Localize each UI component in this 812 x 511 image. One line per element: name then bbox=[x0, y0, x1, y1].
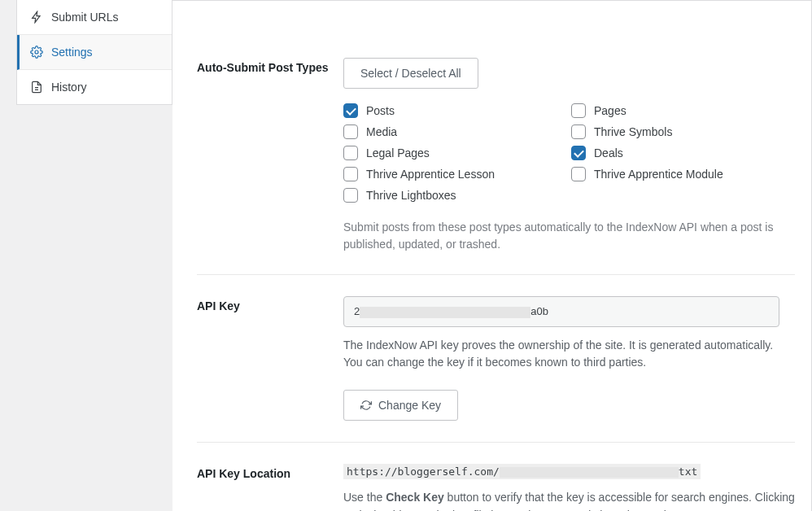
redacted-segment bbox=[500, 467, 679, 478]
checkbox-pages[interactable]: Pages bbox=[571, 103, 766, 118]
content-area: Auto-Submit Post Types Select / Deselect… bbox=[172, 0, 812, 511]
checkbox-label: Thrive Lightboxes bbox=[366, 189, 456, 202]
url-prefix: https://bloggerself.com/ bbox=[347, 465, 500, 478]
sidebar-item-settings[interactable]: Settings bbox=[17, 35, 172, 70]
change-key-button[interactable]: Change Key bbox=[343, 390, 458, 421]
checkbox-box bbox=[343, 103, 358, 118]
url-suffix: txt bbox=[679, 465, 697, 478]
section-post-types: Auto-Submit Post Types Select / Deselect… bbox=[197, 1, 795, 274]
checkbox-label: Deals bbox=[594, 146, 623, 159]
checkbox-box bbox=[571, 124, 586, 139]
checkbox-label: Thrive Symbols bbox=[594, 125, 672, 138]
checkbox-box bbox=[343, 124, 358, 139]
checkbox-legal-pages[interactable]: Legal Pages bbox=[343, 146, 539, 160]
button-label: Select / Deselect All bbox=[360, 67, 461, 80]
api-key-url: https://bloggerself.com/txt bbox=[343, 464, 701, 479]
checkbox-deals[interactable]: Deals bbox=[571, 146, 766, 160]
checkbox-box bbox=[571, 146, 586, 160]
section-label: Auto-Submit Post Types bbox=[197, 58, 343, 253]
bolt-icon bbox=[30, 11, 43, 24]
gear-icon bbox=[30, 46, 43, 59]
checkbox-label: Legal Pages bbox=[366, 146, 430, 159]
checkbox-column-1: Posts Media Legal Pages Thrive Apprentic… bbox=[343, 103, 539, 203]
refresh-icon bbox=[360, 400, 372, 411]
help-text: Submit posts from these post types autom… bbox=[343, 219, 795, 253]
section-api-key-location: API Key Location https://bloggerself.com… bbox=[197, 442, 795, 511]
checkbox-posts[interactable]: Posts bbox=[343, 103, 539, 118]
sidebar-item-label: Settings bbox=[51, 46, 93, 59]
document-icon bbox=[30, 81, 43, 94]
select-deselect-all-button[interactable]: Select / Deselect All bbox=[343, 58, 478, 89]
checkbox-media[interactable]: Media bbox=[343, 124, 539, 139]
checkbox-label: Thrive Apprentice Module bbox=[594, 168, 723, 181]
bold-label: Check Key bbox=[386, 491, 444, 504]
help-text: The IndexNow API key proves the ownershi… bbox=[343, 337, 795, 372]
checkbox-grid: Posts Media Legal Pages Thrive Apprentic… bbox=[343, 103, 795, 203]
api-key-prefix: 2 bbox=[354, 305, 360, 317]
section-api-key: API Key 2a0b The IndexNow API key proves… bbox=[197, 274, 795, 442]
checkbox-box bbox=[571, 103, 586, 118]
checkbox-box bbox=[571, 167, 586, 181]
checkbox-column-2: Pages Thrive Symbols Deals Thrive Appren… bbox=[571, 103, 766, 203]
sidebar-item-label: History bbox=[51, 81, 87, 94]
checkbox-thrive-apprentice-module[interactable]: Thrive Apprentice Module bbox=[571, 167, 766, 181]
checkbox-label: Posts bbox=[366, 104, 395, 117]
svg-point-0 bbox=[35, 50, 38, 54]
api-key-suffix: a0b bbox=[530, 305, 548, 317]
sidebar: Submit URLs Settings History bbox=[16, 0, 172, 105]
checkbox-label: Pages bbox=[594, 104, 626, 117]
section-label: API Key Location bbox=[197, 464, 343, 511]
checkbox-box bbox=[343, 167, 358, 181]
checkbox-box bbox=[343, 188, 358, 203]
sidebar-item-submit-urls[interactable]: Submit URLs bbox=[17, 0, 172, 35]
checkbox-thrive-lightboxes[interactable]: Thrive Lightboxes bbox=[343, 188, 539, 203]
checkbox-label: Media bbox=[366, 125, 397, 138]
api-key-field[interactable]: 2a0b bbox=[343, 296, 779, 327]
checkbox-box bbox=[343, 146, 358, 160]
checkbox-thrive-symbols[interactable]: Thrive Symbols bbox=[571, 124, 766, 139]
checkbox-label: Thrive Apprentice Lesson bbox=[366, 168, 495, 181]
sidebar-item-history[interactable]: History bbox=[17, 70, 172, 104]
section-label: API Key bbox=[197, 296, 343, 421]
help-text: Use the Check Key button to verify that … bbox=[343, 489, 795, 511]
redacted-segment bbox=[360, 307, 530, 318]
sidebar-item-label: Submit URLs bbox=[51, 11, 118, 24]
button-label: Change Key bbox=[378, 399, 441, 412]
checkbox-thrive-apprentice-lesson[interactable]: Thrive Apprentice Lesson bbox=[343, 167, 539, 181]
